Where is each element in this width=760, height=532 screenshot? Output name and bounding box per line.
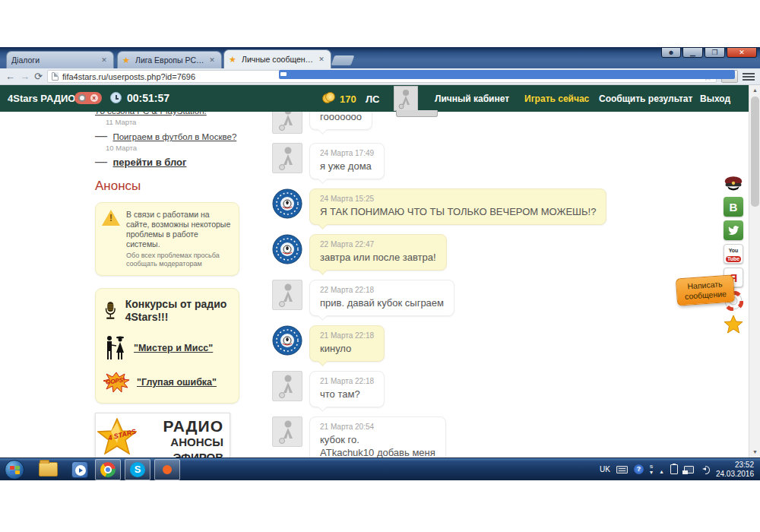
chrome-taskbar-button[interactable] [95, 459, 121, 480]
vk-icon[interactable]: B [724, 197, 743, 217]
scrollbar-thumb[interactable] [751, 97, 759, 207]
radio-banner[interactable]: 4 STARS РАДИО АНОНСЫ ЭФИРОВ ОБЩЕНИЕ [95, 413, 230, 458]
news-date: 11 Марта [106, 117, 244, 128]
input-switch-icon[interactable]: ᵴ▾ [650, 464, 653, 476]
action-center-icon[interactable] [670, 464, 678, 474]
message-bubble: 24 Марта 15:25 Я ТАК ПОНИМАЮ ЧТО ТЫ ТОЛЬ… [309, 188, 606, 225]
message-text: я уже дома [320, 160, 374, 173]
news-link[interactable]: Поиграем в футбол в Москве? [112, 132, 236, 141]
taskbar-clock[interactable]: 23:52 24.03.2016 [716, 461, 754, 479]
nav-personal-cabinet[interactable]: Личный кабинет [435, 93, 509, 104]
youtube-text-bottom: Tube [726, 256, 741, 262]
scroll-top-tab[interactable] [396, 110, 438, 117]
origin-taskbar-button[interactable] [154, 459, 180, 480]
close-tab-icon[interactable] [100, 55, 109, 65]
radio-close-icon[interactable]: x [90, 94, 98, 102]
write-message-button[interactable]: Написать сообщение [676, 274, 735, 306]
club-crest-avatar[interactable] [272, 325, 302, 356]
close-tab-icon[interactable] [317, 55, 326, 64]
message-bubble: 21 Марта 22:18 что там? [309, 371, 385, 407]
page-scrollbar[interactable] [749, 85, 760, 458]
message-text: ATkachuk10 добавь меня [320, 446, 435, 458]
explorer-taskbar-icon[interactable] [39, 462, 58, 477]
sidebar: 78 сезона PC & PlayStation! 11 Марта — П… [95, 105, 244, 458]
contest-link-silly-mistake[interactable]: "Глупая ошибка" [137, 377, 217, 388]
message-row: 22 Марта 22:47 завтра или после завтра! [272, 234, 728, 271]
vk-letter: B [730, 201, 738, 214]
message-date: 22 Марта 22:47 [320, 240, 436, 249]
news-date: 10 Марта [106, 143, 244, 154]
nav-ls[interactable]: ЛС [366, 93, 380, 105]
new-tab-button[interactable] [331, 55, 355, 65]
page-content: 4Stars РАДИО x 00:51:57 170 ЛС Личный ка… [0, 85, 760, 458]
help-icon[interactable]: ? [634, 464, 644, 474]
gold-star-icon[interactable] [724, 315, 743, 334]
message-date: 24 Марта 15:25 [320, 195, 596, 203]
youtube-text-top: You [729, 248, 739, 253]
dash: — [95, 157, 107, 167]
tray-date: 24.03.2016 [716, 470, 754, 478]
network-icon[interactable] [684, 466, 694, 473]
nav-report-result[interactable]: Сообщить результат [599, 93, 692, 104]
site-brand[interactable]: 4Stars РАДИО [8, 93, 75, 104]
skype-taskbar-button[interactable]: S [125, 459, 150, 480]
banner-line: АНОНСЫ ЭФИРОВ [132, 435, 223, 458]
menu-icon[interactable] [743, 71, 755, 82]
message-text: гооооооо [320, 110, 362, 123]
blog-link[interactable]: перейти в блог [112, 157, 186, 168]
club-crest-avatar[interactable] [272, 234, 302, 264]
player-avatar[interactable] [272, 371, 302, 401]
profile-button[interactable]: ☻ [661, 47, 681, 58]
officer-cap-icon[interactable] [724, 173, 743, 193]
skype-icon: S [130, 462, 145, 477]
media-player-taskbar-icon[interactable] [71, 461, 88, 478]
show-hidden-icons[interactable] [659, 463, 664, 477]
tab-private-messages[interactable]: Личные сообщения ATk [223, 49, 331, 68]
scroll-up-icon[interactable] [749, 85, 760, 96]
back-button[interactable]: ← [5, 69, 15, 84]
contest-link-mister-miss[interactable]: "Мистер и Мисс" [134, 343, 213, 353]
youtube-icon[interactable]: You Tube [724, 244, 743, 264]
couple-icon [103, 334, 126, 362]
star-icon [122, 55, 131, 65]
tab-bar: Діалоги Лига Европы PC 14. FIFA Личные с… [0, 47, 760, 68]
forward-button[interactable]: → [20, 69, 30, 84]
reload-button[interactable]: ⟳ [34, 69, 43, 84]
tab-liga-evropy[interactable]: Лига Европы PC 14. FIFA [117, 51, 222, 68]
keyboard-icon[interactable] [616, 466, 628, 473]
message-date: 21 Марта 22:18 [320, 331, 374, 340]
player-avatar[interactable] [272, 416, 302, 447]
close-window-button[interactable]: ✕ [727, 47, 757, 58]
radio-badge[interactable]: x [74, 92, 102, 104]
player-avatar[interactable] [272, 143, 302, 173]
nav-logout[interactable]: Выход [700, 93, 730, 104]
oops-icon: OOPS! [103, 372, 129, 392]
close-tab-icon[interactable] [207, 55, 217, 65]
language-indicator[interactable]: UK [600, 465, 610, 473]
scroll-down-icon[interactable] [749, 447, 760, 458]
banner-star-icon: 4 STARS [97, 418, 137, 454]
warning-box: В связи с работами на сайте, возможны не… [95, 202, 239, 276]
message-row: 21 Марта 22:18 что там? [272, 371, 728, 407]
chrome-icon [100, 462, 116, 477]
message-bubble: 21 Марта 20:54 кубок го. ATkachuk10 доба… [309, 416, 446, 458]
start-button[interactable] [5, 460, 24, 480]
tab-title: Личные сообщения ATk [242, 55, 314, 64]
tray-time: 23:52 [735, 461, 754, 469]
message-row: 22 Марта 22:18 прив. давай кубок сыграем [272, 280, 728, 316]
player-avatar[interactable] [272, 280, 302, 310]
tab-dialogs[interactable]: Діалоги [6, 51, 114, 68]
news-item: — перейти в блог [95, 157, 244, 168]
minimize-button[interactable]: ▁ [682, 47, 703, 58]
volume-icon[interactable] [700, 465, 710, 473]
warning-icon [102, 210, 120, 226]
coins-icon [322, 93, 332, 103]
message-bubble: 21 Марта 22:18 кинуло [309, 325, 385, 362]
message-row: 24 Марта 15:25 Я ТАК ПОНИМАЮ ЧТО ТЫ ТОЛЬ… [272, 188, 728, 225]
header-avatar[interactable] [394, 86, 418, 111]
star-icon [229, 55, 238, 64]
twitter-icon[interactable] [724, 220, 743, 240]
restore-button[interactable]: ❐ [705, 47, 725, 58]
nav-play-now[interactable]: Играть сейчас [524, 93, 589, 104]
club-crest-avatar[interactable] [272, 188, 302, 219]
